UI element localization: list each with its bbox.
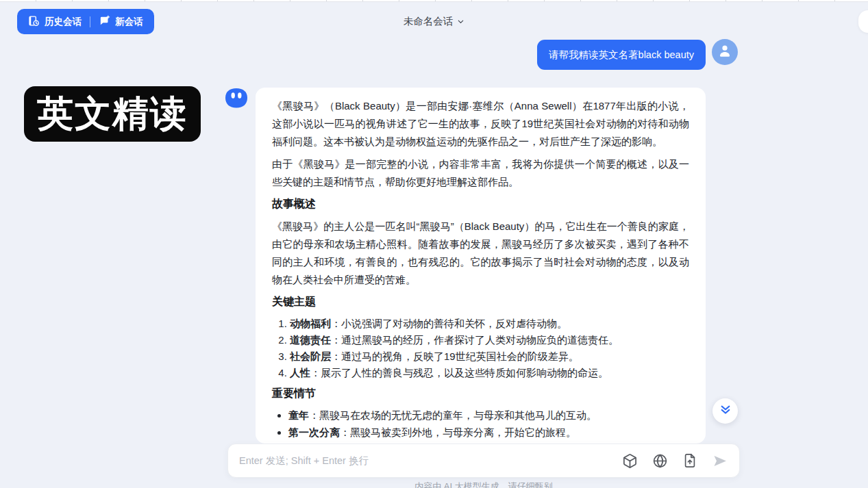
assistant-avatar <box>225 88 248 110</box>
section-heading-story-overview: 故事概述 <box>272 198 689 210</box>
section-heading-key-themes: 关键主题 <box>272 296 689 308</box>
key-themes-list: 动物福利：小说强调了对动物的善待和关怀，反对虐待动物。 道德责任：通过黑骏马的经… <box>272 316 689 381</box>
list-item: 动物福利：小说强调了对动物的善待和关怀，反对虐待动物。 <box>290 316 689 331</box>
scroll-to-bottom-button[interactable] <box>712 398 738 424</box>
double-chevron-down-icon <box>719 404 732 419</box>
assistant-paragraph: 由于《黑骏马》是一部完整的小说，内容非常丰富，我将为你提供一个简要的概述，以及一… <box>272 155 689 191</box>
ai-disclaimer: 内容由 AI 大模型生成，请仔细甄别 <box>227 480 740 488</box>
key-plots-list: 童年：黑骏马在农场的无忧无虑的童年，与母亲和其他马儿的互动。 第一次分离：黑骏马… <box>272 407 689 444</box>
browser-edge-strip <box>0 0 868 2</box>
chat-app-window: 历史会话 新会话 未命名会话 请帮我精读英文名著black beauty <box>0 0 868 488</box>
assistant-paragraph: 《黑骏马》的主人公是一匹名叫“黑骏马”（Black Beauty）的马，它出生在… <box>272 218 689 289</box>
english-reading-badge-label: 英文精读 <box>37 90 188 139</box>
robot-face-icon <box>225 100 248 112</box>
user-message-bubble: 请帮我精读英文名著black beauty <box>537 40 706 70</box>
file-upload-icon[interactable] <box>682 452 698 469</box>
conversation-title-dropdown[interactable]: 未命名会话 <box>0 15 868 28</box>
english-reading-badge: 英文精读 <box>24 86 201 142</box>
person-icon <box>717 42 733 62</box>
globe-icon[interactable] <box>652 452 668 469</box>
list-item: 人性：展示了人性的善良与残忍，以及这些特质如何影响动物的命运。 <box>290 365 689 381</box>
assistant-message-panel: 《黑骏马》（Black Beauty）是一部由安娜·塞维尔（Anna Sewel… <box>256 88 706 444</box>
conversation-title: 未命名会话 <box>404 15 454 28</box>
message-input[interactable] <box>239 455 608 466</box>
user-avatar <box>712 39 738 65</box>
assistant-paragraph: 《黑骏马》（Black Beauty）是一部由安娜·塞维尔（Anna Sewel… <box>272 97 689 151</box>
list-item: 道德责任：通过黑骏马的经历，作者探讨了人类对动物应负的道德责任。 <box>290 332 689 348</box>
user-message-text: 请帮我精读英文名著black beauty <box>549 49 694 62</box>
list-item: 童年：黑骏马在农场的无忧无虑的童年，与母亲和其他马儿的互动。 <box>288 407 689 424</box>
list-item: 第一次分离：黑骏马被卖到外地，与母亲分离，开始它的旅程。 <box>288 424 689 441</box>
message-composer <box>227 444 740 478</box>
cube-icon[interactable] <box>621 452 638 469</box>
edge-panel-handle[interactable] <box>858 10 868 33</box>
section-heading-key-plots: 重要情节 <box>272 387 689 400</box>
send-icon[interactable] <box>712 452 728 469</box>
list-item: 社会阶层：通过马的视角，反映了19世纪英国社会的阶级差异。 <box>290 348 689 364</box>
chevron-down-icon <box>457 16 464 27</box>
